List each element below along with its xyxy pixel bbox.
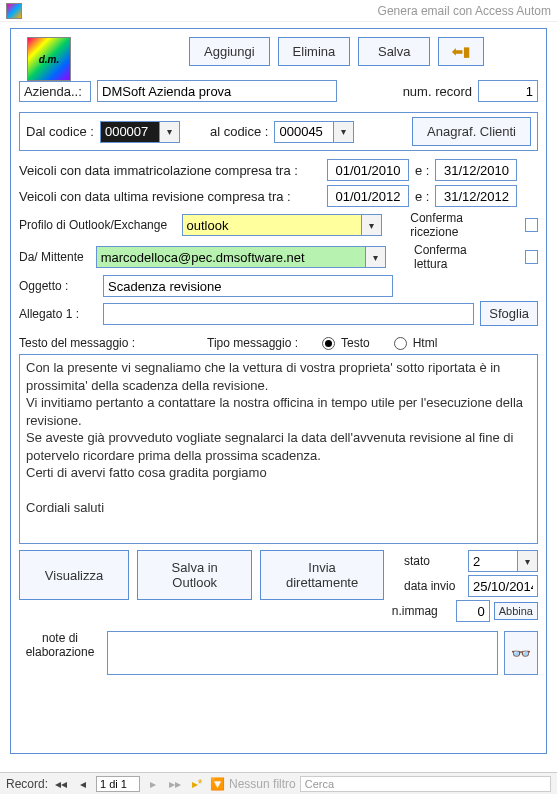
n-immag-input[interactable] bbox=[456, 600, 490, 622]
view-note-button[interactable]: 👓 bbox=[504, 631, 538, 675]
mittente-label: Da/ Mittente bbox=[19, 250, 90, 264]
data-invio-input[interactable] bbox=[468, 575, 538, 597]
data-invio-label: data invio bbox=[404, 579, 464, 593]
salva-button[interactable]: Salva bbox=[358, 37, 430, 66]
exit-button[interactable]: ⬅▮ bbox=[438, 37, 484, 66]
n-immag-label: n.immag bbox=[392, 604, 452, 618]
sfoglia-button[interactable]: Sfoglia bbox=[480, 301, 538, 326]
profilo-label: Profilo di Outlook/Exchange bbox=[19, 218, 176, 232]
allegato-input[interactable] bbox=[103, 303, 474, 325]
dal-codice-input[interactable] bbox=[100, 121, 160, 143]
oggetto-input[interactable] bbox=[103, 275, 393, 297]
e2-label: e : bbox=[415, 189, 429, 204]
aggiungi-button[interactable]: Aggiungi bbox=[189, 37, 270, 66]
dal-codice-dropdown[interactable]: ▾ bbox=[160, 121, 180, 143]
record-label: Record: bbox=[6, 777, 48, 791]
salva-outlook-button[interactable]: Salva in Outlook bbox=[137, 550, 252, 600]
glasses-icon: 👓 bbox=[511, 644, 531, 663]
profilo-input[interactable] bbox=[182, 214, 362, 236]
immatr-label: Veicoli con data immatricolazione compre… bbox=[19, 163, 321, 178]
record-pos-input[interactable] bbox=[96, 776, 140, 792]
filter-icon: 🔽 bbox=[210, 777, 225, 791]
conf-lett-checkbox[interactable] bbox=[525, 250, 538, 264]
elimina-button[interactable]: Elimina bbox=[278, 37, 351, 66]
al-codice-label: al codice : bbox=[210, 124, 269, 139]
invia-button[interactable]: Invia direttamente bbox=[260, 550, 383, 600]
rev-a-input[interactable] bbox=[435, 185, 517, 207]
window-title: Genera email con Access Autom bbox=[378, 4, 551, 18]
search-input[interactable] bbox=[300, 776, 551, 792]
nav-first-button[interactable]: ◂◂ bbox=[52, 777, 70, 791]
app-icon bbox=[6, 3, 22, 19]
nav-next-button[interactable]: ▸ bbox=[144, 777, 162, 791]
dal-codice-label: Dal codice : bbox=[26, 124, 94, 139]
conf-ric-checkbox[interactable] bbox=[525, 218, 538, 232]
exit-icon: ⬅▮ bbox=[452, 44, 470, 59]
e1-label: e : bbox=[415, 163, 429, 178]
opt-testo-label: Testo bbox=[341, 336, 370, 350]
rev-da-input[interactable] bbox=[327, 185, 409, 207]
visualizza-button[interactable]: Visualizza bbox=[19, 550, 129, 600]
abbina-button[interactable]: Abbina bbox=[494, 602, 538, 620]
al-codice-dropdown[interactable]: ▾ bbox=[334, 121, 354, 143]
nav-prev-button[interactable]: ◂ bbox=[74, 777, 92, 791]
num-record-input[interactable] bbox=[478, 80, 538, 102]
azienda-label: Azienda..: bbox=[19, 81, 91, 102]
conf-lett-label: Conferma lettura bbox=[414, 243, 495, 271]
testo-msg-label: Testo del messaggio : bbox=[19, 336, 135, 350]
radio-testo[interactable] bbox=[322, 337, 335, 350]
logo: d.m. bbox=[27, 37, 71, 81]
opt-html-label: Html bbox=[413, 336, 438, 350]
profilo-dropdown[interactable]: ▾ bbox=[362, 214, 382, 236]
filter-label: Nessun filtro bbox=[229, 777, 296, 791]
conf-ric-label: Conferma ricezione bbox=[410, 211, 507, 239]
oggetto-label: Oggetto : bbox=[19, 279, 97, 293]
note-label: note di elaborazione bbox=[19, 631, 101, 659]
stato-input[interactable] bbox=[468, 550, 518, 572]
allegato-label: Allegato 1 : bbox=[19, 307, 97, 321]
mittente-dropdown[interactable]: ▾ bbox=[366, 246, 386, 268]
radio-html[interactable] bbox=[394, 337, 407, 350]
immatr-da-input[interactable] bbox=[327, 159, 409, 181]
messaggio-textarea[interactable]: Con la presente vi segnaliamo che la vet… bbox=[19, 354, 538, 544]
anagraf-clienti-button[interactable]: Anagraf. Clienti bbox=[412, 117, 531, 146]
tipo-msg-label: Tipo messaggio : bbox=[207, 336, 298, 350]
rev-label: Veicoli con data ultima revisione compre… bbox=[19, 189, 321, 204]
nav-last-button[interactable]: ▸▸ bbox=[166, 777, 184, 791]
mittente-input[interactable] bbox=[96, 246, 366, 268]
note-textarea[interactable] bbox=[107, 631, 498, 675]
al-codice-input[interactable] bbox=[274, 121, 334, 143]
azienda-input[interactable] bbox=[97, 80, 337, 102]
stato-label: stato bbox=[404, 554, 464, 568]
nav-new-button[interactable]: ▸* bbox=[188, 777, 206, 791]
stato-dropdown[interactable]: ▾ bbox=[518, 550, 538, 572]
immatr-a-input[interactable] bbox=[435, 159, 517, 181]
num-record-label: num. record bbox=[403, 84, 472, 99]
